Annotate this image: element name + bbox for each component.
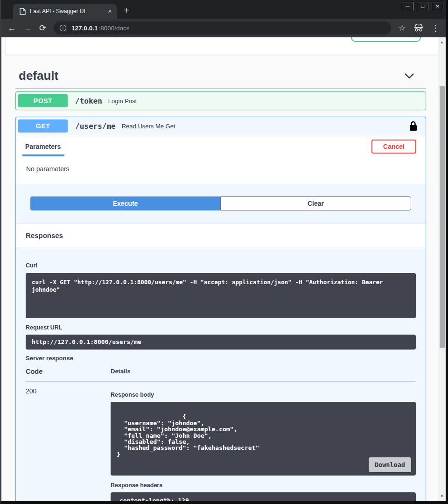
response-body-box: { "username": "johndoe", "email": "johnd… — [111, 402, 416, 476]
browser-toolbar: ← → ⟳ 127.0.0.1 :8000/docs ☆ ⋮ — [1, 19, 446, 37]
section-title: default — [19, 69, 58, 83]
response-body-json: { "username": "johndoe", "email": "johnd… — [117, 413, 259, 457]
response-headers-label: Response headers — [111, 482, 416, 489]
post-summary: Login Post — [108, 98, 137, 105]
window-close-button[interactable]: ✕ — [432, 2, 443, 10]
parameters-area: No parameters — [16, 158, 426, 184]
tab-active-underline — [22, 154, 64, 156]
scrollbar-thumb[interactable] — [440, 86, 445, 348]
swagger-page: default POST /token Login Post GET /user… — [1, 37, 438, 501]
responses-header-bar: Responses — [16, 224, 426, 247]
page-icon — [20, 8, 26, 15]
responses-title: Responses — [26, 231, 63, 239]
get-method-badge: GET — [18, 119, 68, 133]
scheme-container — [6, 37, 438, 55]
response-table-row: 200 Response body { "username": "johndoe… — [26, 382, 416, 501]
tab-strip: Fast API - Swagger UI ✕ + — □ ✕ — [1, 0, 446, 19]
address-bar[interactable]: 127.0.0.1 :8000/docs — [54, 21, 391, 35]
window-controls: — □ ✕ — [402, 2, 443, 10]
browser-window: Fast API - Swagger UI ✕ + — □ ✕ ← → ⟳ 12… — [0, 0, 448, 504]
browser-tab[interactable]: Fast API - Swagger UI ✕ — [13, 4, 117, 19]
page-scrollbar[interactable]: ▲ ▼ — [438, 37, 446, 501]
response-table-head: Code Details — [26, 368, 416, 382]
incognito-icon — [413, 24, 424, 32]
execute-button[interactable]: Execute — [30, 196, 220, 210]
section-divider — [15, 88, 426, 89]
server-response-table: Code Details 200 Response body { "userna… — [26, 368, 416, 501]
cancel-button[interactable]: Cancel — [371, 140, 416, 154]
response-body-label: Response body — [111, 392, 416, 398]
site-info-icon[interactable] — [59, 24, 67, 32]
authorize-button-partial[interactable] — [351, 37, 421, 42]
tab-close-icon[interactable]: ✕ — [108, 8, 112, 14]
response-headers-box: content-length: 129 content-type: applic… — [111, 492, 416, 501]
responses-wrapper: Curl curl -X GET "http://127.0.0.1:8000/… — [16, 247, 426, 501]
request-url-box: http://127.0.0.1:8000/users/me — [26, 335, 416, 350]
details-column-header: Details — [111, 368, 416, 375]
menu-dots-icon[interactable]: ⋮ — [431, 23, 440, 33]
forward-icon[interactable]: → — [23, 24, 32, 32]
server-response-label: Server response — [26, 355, 416, 362]
scroll-down-icon[interactable]: ▼ — [438, 492, 446, 500]
clear-button[interactable]: Clear — [220, 196, 411, 210]
tab-parameters[interactable]: Parameters — [25, 143, 61, 150]
code-column-header: Code — [26, 368, 111, 375]
url-host: 127.0.0.1 — [71, 25, 98, 32]
status-code: 200 — [26, 387, 111, 501]
execute-row: Execute Clear — [16, 184, 426, 224]
response-details-cell: Response body { "username": "johndoe", "… — [111, 387, 416, 501]
minimize-button[interactable]: — — [402, 2, 413, 10]
opblock-post-header[interactable]: POST /token Login Post — [16, 92, 426, 110]
request-url-label: Request URL — [26, 324, 416, 331]
get-summary: Read Users Me Get — [122, 123, 175, 130]
opblock-post-token[interactable]: POST /token Login Post — [15, 91, 426, 110]
url-path: :8000/docs — [98, 25, 129, 32]
opblock-get-header[interactable]: GET /users/me Read Users Me Get — [16, 117, 426, 135]
opblock-get-users-me: GET /users/me Read Users Me Get Paramete… — [15, 117, 426, 501]
reload-icon[interactable]: ⟳ — [39, 24, 46, 32]
bookmark-star-icon[interactable]: ☆ — [399, 23, 406, 33]
auth-lock-icon[interactable] — [409, 121, 417, 131]
download-button[interactable]: Download — [369, 457, 411, 472]
maximize-button[interactable]: □ — [417, 2, 428, 10]
get-path: /users/me — [75, 122, 116, 131]
curl-command-box: curl -X GET "http://127.0.0.1:8000/users… — [26, 273, 416, 318]
chevron-down-icon[interactable] — [404, 73, 414, 79]
tag-section-header[interactable]: default — [1, 55, 438, 83]
curl-label: Curl — [26, 262, 37, 269]
post-path: /token — [75, 97, 102, 105]
post-method-badge: POST — [18, 94, 68, 107]
parameters-tab-bar: Parameters Cancel — [16, 135, 426, 158]
back-icon[interactable]: ← — [7, 24, 16, 32]
page-viewport: default POST /token Login Post GET /user… — [1, 37, 446, 501]
no-parameters-text: No parameters — [26, 165, 70, 173]
tab-title: Fast API - Swagger UI — [30, 8, 104, 14]
scroll-up-icon[interactable]: ▲ — [438, 38, 446, 46]
new-tab-button[interactable]: + — [124, 6, 129, 15]
